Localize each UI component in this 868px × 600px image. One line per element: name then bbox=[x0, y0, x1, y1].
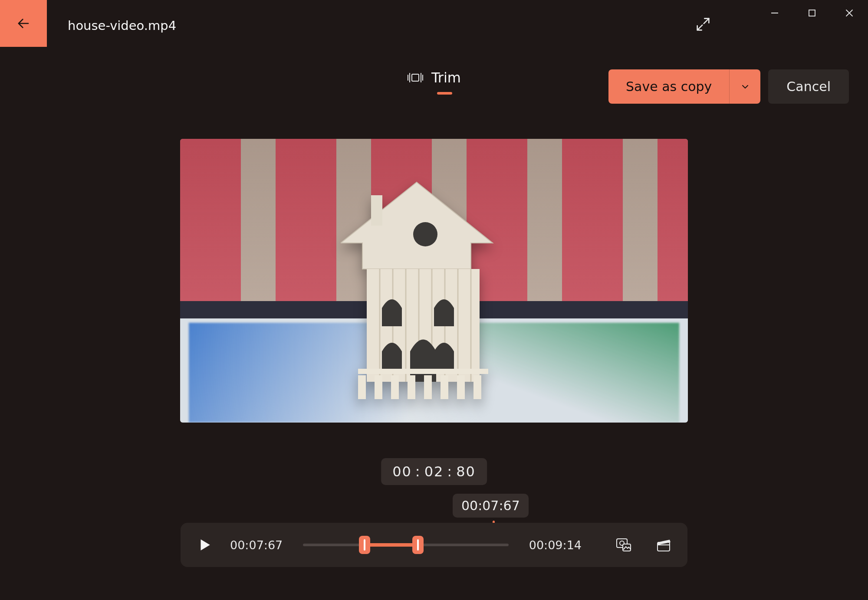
close-button[interactable] bbox=[831, 0, 868, 26]
svg-rect-4 bbox=[371, 195, 382, 226]
minimize-icon bbox=[770, 9, 779, 17]
minimize-button[interactable] bbox=[756, 0, 793, 26]
trim-handle-end[interactable] bbox=[412, 536, 424, 554]
playhead-tooltip: 00:07:67 bbox=[453, 494, 529, 518]
svg-marker-3 bbox=[341, 182, 493, 269]
svg-rect-0 bbox=[771, 13, 778, 13]
fullscreen-button[interactable] bbox=[694, 16, 712, 35]
preview-house-icon bbox=[341, 178, 527, 403]
actions-row: Trim Save as copy Cancel bbox=[0, 69, 868, 95]
back-arrow-icon bbox=[15, 15, 32, 32]
current-time: 00:07:67 bbox=[230, 538, 287, 552]
svg-rect-17 bbox=[375, 375, 382, 399]
title-bar: house-video.mp4 bbox=[0, 0, 868, 48]
dur-ss: 80 bbox=[456, 463, 476, 480]
total-time: 00:09:14 bbox=[524, 538, 582, 552]
svg-rect-23 bbox=[473, 375, 481, 399]
preview-tools bbox=[614, 535, 674, 555]
back-button[interactable] bbox=[0, 0, 47, 47]
chevron-down-icon bbox=[740, 82, 750, 92]
video-preview[interactable] bbox=[180, 139, 688, 423]
svg-rect-22 bbox=[457, 375, 465, 399]
play-icon bbox=[197, 538, 212, 552]
svg-rect-15 bbox=[358, 369, 488, 374]
cancel-button[interactable]: Cancel bbox=[768, 69, 849, 104]
maximize-button[interactable] bbox=[793, 0, 831, 26]
trim-track[interactable] bbox=[303, 542, 509, 548]
save-as-copy-button[interactable]: Save as copy bbox=[608, 69, 729, 104]
save-split-button: Save as copy bbox=[608, 69, 760, 104]
maximize-icon bbox=[808, 9, 816, 17]
svg-point-14 bbox=[413, 222, 437, 246]
trim-icon bbox=[407, 72, 424, 84]
trim-tab-label: Trim bbox=[431, 69, 461, 86]
clapper-button[interactable] bbox=[654, 535, 674, 555]
play-button[interactable] bbox=[194, 535, 214, 555]
clapper-icon bbox=[655, 536, 672, 554]
svg-rect-2 bbox=[412, 74, 419, 81]
svg-rect-21 bbox=[441, 375, 448, 399]
frame-export-icon bbox=[615, 536, 632, 554]
selected-duration-readout[interactable]: 00:02:80 bbox=[381, 458, 487, 485]
svg-rect-19 bbox=[408, 375, 415, 399]
trim-tab[interactable]: Trim bbox=[407, 69, 461, 95]
window-controls bbox=[756, 0, 868, 26]
playback-bar: 00:07:67 00:09:14 bbox=[181, 523, 687, 567]
svg-rect-16 bbox=[358, 375, 366, 399]
svg-rect-18 bbox=[391, 375, 399, 399]
active-tab-underline bbox=[437, 92, 452, 95]
dur-mm: 02 bbox=[424, 463, 444, 480]
save-dropdown-button[interactable] bbox=[729, 69, 760, 104]
svg-marker-24 bbox=[201, 539, 210, 551]
close-icon bbox=[845, 9, 854, 17]
svg-rect-20 bbox=[424, 375, 432, 399]
expand-icon bbox=[694, 16, 712, 33]
svg-rect-1 bbox=[809, 10, 815, 16]
action-buttons: Save as copy Cancel bbox=[608, 69, 849, 104]
dur-hh: 00 bbox=[392, 463, 412, 480]
file-name: house-video.mp4 bbox=[47, 0, 176, 33]
frame-export-button[interactable] bbox=[614, 535, 634, 555]
trim-handle-start[interactable] bbox=[359, 536, 370, 554]
trim-selection[interactable] bbox=[365, 543, 418, 547]
